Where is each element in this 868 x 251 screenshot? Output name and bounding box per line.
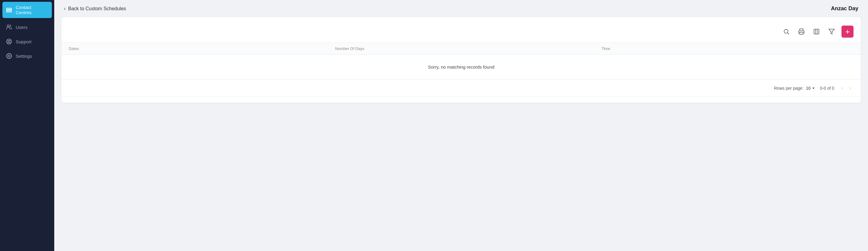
main-content: ‹ Back to Custom Schedules Anzac Day (54, 0, 868, 251)
svg-line-12 (787, 33, 789, 34)
sidebar-item-settings[interactable]: Settings (0, 49, 54, 63)
svg-marker-17 (829, 29, 834, 34)
sidebar-item-label: Support (16, 39, 32, 44)
columns-icon (813, 28, 820, 35)
sidebar: Contact Centres Users Support (0, 0, 54, 251)
table-empty-message: Sorry, no matching records found (61, 55, 861, 79)
filter-icon (828, 28, 835, 35)
chevron-down-icon: ▼ (812, 86, 815, 90)
table-header: Dates Number Of Days Time (61, 42, 861, 55)
filter-button[interactable] (827, 27, 837, 37)
header-bar: ‹ Back to Custom Schedules Anzac Day (54, 0, 868, 17)
svg-point-11 (784, 30, 788, 33)
sidebar-item-contact-centres[interactable]: Contact Centres (2, 2, 52, 18)
add-button[interactable]: + (841, 26, 854, 38)
sidebar-item-support[interactable]: Support (0, 34, 54, 49)
back-link[interactable]: ‹ Back to Custom Schedules (64, 5, 126, 12)
svg-rect-1 (7, 10, 12, 10)
sidebar-item-label: Users (16, 25, 27, 30)
pagination: Rows per page: 10 ▼ 0-0 of 0 ‹ › (61, 79, 861, 97)
svg-line-7 (10, 42, 11, 43)
contact-centres-icon (6, 7, 12, 13)
svg-point-3 (7, 25, 9, 27)
rows-per-page-value: 10 (806, 86, 811, 91)
column-dates: Dates (61, 43, 328, 55)
svg-line-8 (10, 40, 11, 41)
column-time: Time (594, 43, 861, 55)
print-icon (798, 28, 805, 35)
search-icon (783, 28, 789, 35)
svg-line-9 (7, 42, 8, 43)
svg-point-10 (8, 56, 10, 57)
pagination-range: 0-0 of 0 (820, 86, 834, 91)
sidebar-item-label: Settings (16, 53, 32, 59)
svg-point-5 (8, 41, 10, 43)
toolbar: + (61, 23, 861, 42)
main-card: + Dates Number Of Days Time Sorry, no ma… (61, 17, 861, 103)
back-arrow-icon: ‹ (64, 5, 66, 12)
table: Dates Number Of Days Time Sorry, no matc… (61, 42, 861, 79)
svg-rect-14 (814, 29, 819, 34)
column-number-of-days: Number Of Days (328, 43, 594, 55)
support-icon (6, 38, 12, 44)
sidebar-item-users[interactable]: Users (0, 20, 54, 34)
svg-rect-13 (800, 32, 803, 34)
search-button[interactable] (781, 27, 792, 37)
svg-line-6 (7, 40, 8, 41)
settings-icon (6, 53, 12, 59)
rows-per-page-container: Rows per page: 10 ▼ (774, 86, 815, 91)
page-title: Anzac Day (831, 5, 858, 12)
next-page-button[interactable]: › (847, 84, 854, 93)
svg-rect-0 (7, 8, 12, 9)
columns-button[interactable] (811, 27, 822, 37)
rows-per-page-select[interactable]: 10 ▼ (806, 86, 815, 91)
back-link-label: Back to Custom Schedules (68, 6, 126, 11)
card-bottom (61, 97, 861, 103)
print-button[interactable] (796, 27, 807, 37)
users-icon (6, 24, 12, 30)
prev-page-button[interactable]: ‹ (839, 84, 846, 93)
pagination-nav: ‹ › (839, 84, 854, 93)
rows-per-page-label: Rows per page: (774, 86, 804, 91)
svg-rect-2 (7, 11, 12, 12)
sidebar-item-label: Contact Centres (16, 5, 48, 15)
